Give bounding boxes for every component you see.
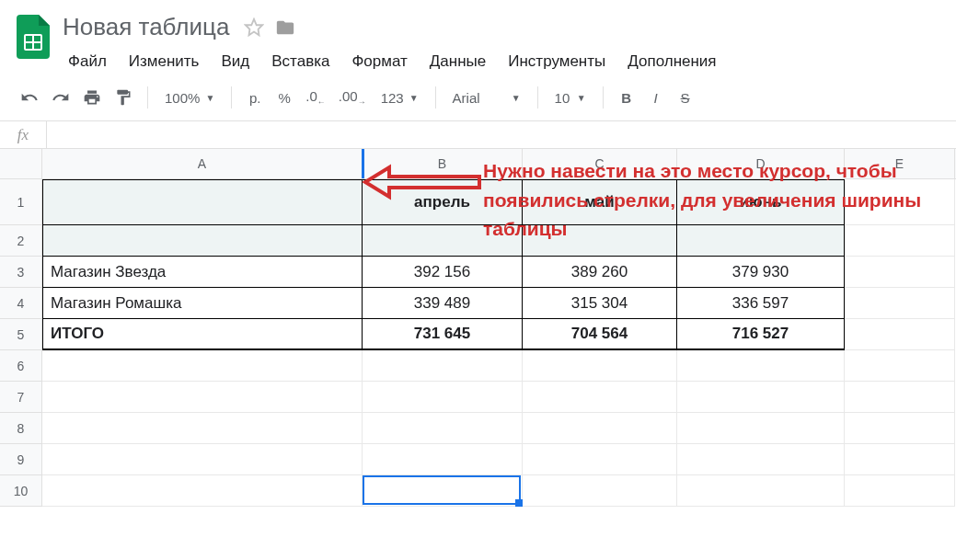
font-dropdown[interactable]: Arial▼ bbox=[445, 84, 528, 111]
cell-A9[interactable] bbox=[42, 444, 363, 475]
separator bbox=[603, 86, 604, 109]
italic-button[interactable]: I bbox=[642, 84, 670, 111]
cell-B9[interactable] bbox=[363, 444, 523, 475]
cell-A1[interactable] bbox=[42, 179, 363, 225]
column-resize-indicator[interactable] bbox=[362, 149, 364, 178]
paint-format-button[interactable] bbox=[109, 84, 138, 111]
cell-D5[interactable]: 716 527 bbox=[677, 319, 845, 350]
cell-D7[interactable] bbox=[677, 382, 845, 413]
col-header-C[interactable]: C bbox=[523, 149, 677, 178]
menu-insert[interactable]: Вставка bbox=[262, 49, 339, 74]
cell-A4[interactable]: Магазин Ромашка bbox=[42, 288, 363, 319]
menu-format[interactable]: Формат bbox=[342, 49, 416, 74]
cell-B3[interactable]: 392 156 bbox=[363, 257, 523, 288]
row-header-7[interactable]: 7 bbox=[0, 382, 42, 413]
cell-E2[interactable] bbox=[845, 225, 955, 257]
font-size-dropdown[interactable]: 10▼ bbox=[547, 84, 593, 111]
cell-C4[interactable]: 315 304 bbox=[523, 288, 677, 319]
menu-edit[interactable]: Изменить bbox=[120, 49, 209, 74]
cell-E4[interactable] bbox=[845, 288, 955, 319]
col-header-D[interactable]: D bbox=[677, 149, 845, 178]
cell-B4[interactable]: 339 489 bbox=[363, 288, 523, 319]
row-header-9[interactable]: 9 bbox=[0, 444, 42, 475]
cell-D4[interactable]: 336 597 bbox=[677, 288, 845, 319]
format-percent-button[interactable]: % bbox=[271, 84, 298, 111]
menu-file[interactable]: Файл bbox=[59, 49, 116, 74]
row-header-6[interactable]: 6 bbox=[0, 350, 42, 382]
cell-C2[interactable] bbox=[523, 225, 677, 257]
cell-E5[interactable] bbox=[845, 319, 955, 350]
bold-button[interactable]: B bbox=[613, 84, 640, 111]
cell-B10[interactable] bbox=[363, 475, 523, 507]
cell-E9[interactable] bbox=[845, 444, 955, 475]
document-title[interactable]: Новая таблица bbox=[59, 11, 233, 43]
zoom-dropdown[interactable]: 100%▼ bbox=[157, 84, 222, 111]
cell-E8[interactable] bbox=[845, 413, 955, 444]
cell-A8[interactable] bbox=[42, 413, 363, 444]
cell-E6[interactable] bbox=[845, 350, 955, 382]
row-header-2[interactable]: 2 bbox=[0, 225, 42, 257]
cell-A3[interactable]: Магазин Звезда bbox=[42, 257, 363, 288]
format-currency-button[interactable]: р. bbox=[241, 84, 269, 111]
increase-decimal-button[interactable]: .00→ bbox=[333, 84, 372, 111]
cell-A6[interactable] bbox=[42, 350, 363, 382]
cell-D6[interactable] bbox=[677, 350, 845, 382]
cell-C5[interactable]: 704 564 bbox=[523, 319, 677, 350]
row-header-5[interactable]: 5 bbox=[0, 319, 42, 350]
cell-E1[interactable] bbox=[845, 179, 955, 225]
row-header-8[interactable]: 8 bbox=[0, 413, 42, 444]
cell-E10[interactable] bbox=[845, 475, 955, 507]
cell-B5[interactable]: 731 645 bbox=[363, 319, 523, 350]
cell-D3[interactable]: 379 930 bbox=[677, 257, 845, 288]
separator bbox=[435, 86, 436, 109]
cell-D9[interactable] bbox=[677, 444, 845, 475]
cell-B1[interactable]: апрель bbox=[363, 179, 523, 225]
menu-data[interactable]: Данные bbox=[420, 49, 495, 74]
cell-B6[interactable] bbox=[363, 350, 523, 382]
cell-C6[interactable] bbox=[523, 350, 677, 382]
menu-addons[interactable]: Дополнения bbox=[618, 49, 725, 74]
cell-E3[interactable] bbox=[845, 257, 955, 288]
cell-D2[interactable] bbox=[677, 225, 845, 257]
cell-C10[interactable] bbox=[523, 475, 677, 507]
cell-C1[interactable]: май bbox=[523, 179, 677, 225]
menu-view[interactable]: Вид bbox=[212, 49, 259, 74]
cell-C9[interactable] bbox=[523, 444, 677, 475]
row-header-4[interactable]: 4 bbox=[0, 288, 42, 319]
chevron-down-icon: ▼ bbox=[409, 93, 419, 103]
cell-B8[interactable] bbox=[363, 413, 523, 444]
cell-C7[interactable] bbox=[523, 382, 677, 413]
cell-C8[interactable] bbox=[523, 413, 677, 444]
cell-D1[interactable]: июнь bbox=[677, 179, 845, 225]
cell-D8[interactable] bbox=[677, 413, 845, 444]
sheets-logo[interactable] bbox=[15, 9, 52, 61]
undo-button[interactable] bbox=[15, 84, 44, 111]
redo-button[interactable] bbox=[46, 84, 75, 111]
cell-E7[interactable] bbox=[845, 382, 955, 413]
row-header-10[interactable]: 10 bbox=[0, 475, 42, 507]
cell-A2[interactable] bbox=[42, 225, 363, 257]
cell-A7[interactable] bbox=[42, 382, 363, 413]
col-header-E[interactable]: E bbox=[845, 149, 955, 178]
print-button[interactable] bbox=[77, 84, 107, 111]
app-header: Новая таблица Файл Изменить Вид Вставка … bbox=[0, 0, 956, 74]
menu-tools[interactable]: Инструменты bbox=[499, 49, 615, 74]
cell-A10[interactable] bbox=[42, 475, 363, 507]
col-header-B[interactable]: B bbox=[363, 149, 523, 178]
cell-B7[interactable] bbox=[363, 382, 523, 413]
row-headers: 1 2 3 4 5 6 7 8 9 10 bbox=[0, 179, 42, 507]
decrease-decimal-button[interactable]: .0← bbox=[300, 84, 331, 111]
cell-C3[interactable]: 389 260 bbox=[523, 257, 677, 288]
strikethrough-button[interactable]: S bbox=[672, 84, 699, 111]
row-header-1[interactable]: 1 bbox=[0, 179, 42, 225]
formula-input[interactable] bbox=[46, 121, 956, 148]
select-all-corner[interactable] bbox=[0, 149, 42, 178]
folder-icon[interactable] bbox=[275, 17, 295, 38]
cell-A5[interactable]: ИТОГО bbox=[42, 319, 363, 350]
row-header-3[interactable]: 3 bbox=[0, 257, 42, 288]
cell-B2[interactable] bbox=[363, 225, 523, 257]
col-header-A[interactable]: A bbox=[42, 149, 363, 178]
more-formats-dropdown[interactable]: 123▼ bbox=[374, 84, 426, 111]
star-icon[interactable] bbox=[244, 17, 264, 38]
cell-D10[interactable] bbox=[677, 475, 845, 507]
